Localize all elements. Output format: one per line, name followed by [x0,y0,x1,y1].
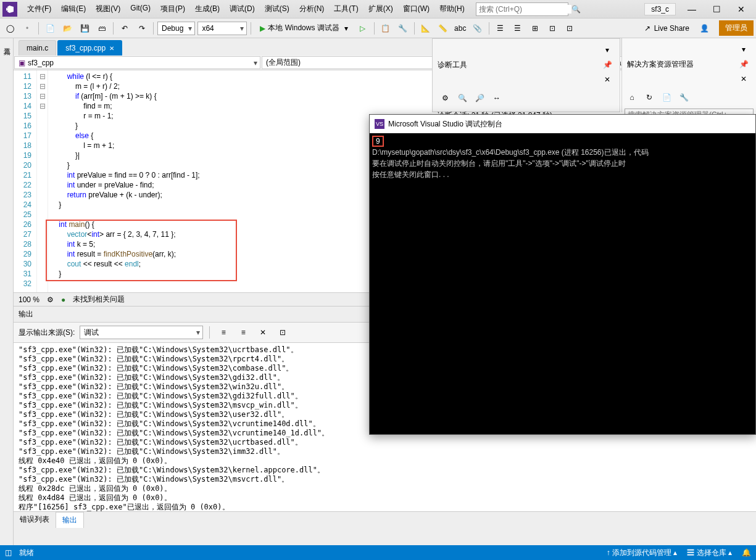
menu-build[interactable]: 生成(B) [190,1,225,17]
menu-tools[interactable]: 工具(T) [329,1,363,17]
tb-btn-3[interactable]: 📐 [418,21,433,36]
open-button[interactable]: 📂 [60,21,75,36]
liveshare-label: Live Share [654,24,689,33]
tab-label: main.c [27,44,48,52]
liveshare-button[interactable]: ↗Live Share [639,24,694,33]
nav-project[interactable]: ▣sf3_cpp [14,56,260,69]
fold-gutter[interactable]: ⊟⊟⊟⊟ [37,70,48,292]
back-button[interactable]: ◯ [2,21,17,36]
tb-btn-6[interactable]: 📎 [470,21,485,36]
sln-pin-icon[interactable]: 📌 [736,57,751,72]
cpp-icon: ▣ [19,59,25,67]
bell-icon[interactable]: 🔔 [742,548,751,557]
settings-icon[interactable]: ⚙ [47,295,54,304]
menu-window[interactable]: 窗口(W) [398,1,434,17]
title-search[interactable]: 🔍 [476,2,568,16]
sln-tool-4[interactable]: 🔧 [676,90,691,105]
output-source-label: 显示输出来源(S): [19,327,75,338]
menu-test[interactable]: 测试(S) [260,1,294,17]
start-without-debug-button[interactable]: ▷ [355,21,370,36]
out-btn-2[interactable]: ≡ [236,325,251,340]
diag-dropdown[interactable]: ▾ [600,43,615,57]
config-combo[interactable]: Debug [157,22,195,35]
statusbar: ◫ 就绪 ↑ 添加到源代码管理 ▴ ☰ 选择仓库 ▴ 🔔 [0,545,756,560]
redo-button[interactable]: ↷ [135,21,149,36]
diag-tool-2[interactable]: 🔍 [455,91,470,105]
diag-tool-3[interactable]: 🔎 [472,91,487,105]
menu-analyze[interactable]: 分析(N) [294,1,330,17]
tb-btn-5[interactable]: abc [453,21,468,36]
console-icon: VS [375,119,384,129]
menu-edit[interactable]: 编辑(E) [56,1,91,17]
menu-git[interactable]: Git(G) [125,1,156,17]
platform-combo[interactable]: x64 [197,22,247,35]
account-button[interactable]: 👤 [697,21,712,36]
run-button[interactable]: ▶本地 Windows 调试器▾ [255,21,352,36]
out-btn-1[interactable]: ≡ [216,325,231,340]
save-all-button[interactable]: 🗃 [94,21,109,36]
undo-button[interactable]: ↶ [117,21,132,36]
menu-view[interactable]: 视图(V) [91,1,125,17]
search-icon: 🔍 [571,5,581,14]
console-title-text: Microsoft Visual Studio 调试控制台 [388,119,502,130]
select-repo-button[interactable]: ☰ 选择仓库 ▴ [687,548,732,558]
debug-console-window[interactable]: VS Microsoft Visual Studio 调试控制台 9 D:\my… [369,114,756,435]
tb-btn-11[interactable]: ⊡ [562,21,577,36]
output-bottom-tabs: 错误列表 输出 [14,511,756,528]
menu-debug[interactable]: 调试(D) [225,1,260,17]
line-number-gutter: 1112131415161718192021222324252627282930… [14,70,37,292]
main-toolbar: ◯ • 📄 📂 💾 🗃 ↶ ↷ Debug x64 ▶本地 Windows 调试… [0,19,756,38]
close-button[interactable]: ✕ [729,1,754,18]
status-icon: ◫ [5,548,12,557]
tab-error-list[interactable]: 错误列表 [14,512,56,528]
diag-close-icon[interactable]: ✕ [600,72,615,87]
run-label: 本地 Windows 调试器 [268,23,339,33]
tb-btn-10[interactable]: ⊡ [545,21,560,36]
save-button[interactable]: 💾 [77,21,92,36]
tb-btn-2[interactable]: 🔧 [396,21,410,36]
tb-btn-7[interactable]: ☰ [493,21,508,36]
output-source-combo[interactable]: 调试 [80,326,203,339]
toolbox-rail[interactable]: 工具箱 [0,38,14,545]
titlebar: 文件(F) 编辑(E) 视图(V) Git(G) 项目(P) 生成(B) 调试(… [0,0,756,19]
sln-close-icon[interactable]: ✕ [736,72,751,86]
source-control-button[interactable]: ↑ 添加到源代码管理 ▴ [607,548,678,558]
sln-tool-2[interactable]: ↻ [642,90,657,105]
tb-btn-8[interactable]: ☰ [510,21,525,36]
tb-btn-9[interactable]: ⊞ [528,21,542,36]
sln-title: 解决方案资源管理器 [627,59,694,70]
maximize-button[interactable]: ☐ [704,1,729,18]
tab-output[interactable]: 输出 [56,512,84,528]
menu-help[interactable]: 帮助(H) [434,1,470,17]
new-item-button[interactable]: 📄 [43,21,57,36]
tab-main-c[interactable]: main.c [19,40,56,56]
title-search-input[interactable] [479,5,571,14]
diag-tool-4[interactable]: ↔ [489,91,504,105]
diag-tool-1[interactable]: ⚙ [438,91,452,105]
sln-tool-3[interactable]: 📄 [659,90,674,105]
forward-button[interactable]: • [20,21,35,36]
out-btn-4[interactable]: ⊡ [275,325,290,340]
sln-home-icon[interactable]: ⌂ [625,90,639,105]
minimize-button[interactable]: — [679,1,704,18]
console-result: 9 [372,136,384,147]
status-ready: 就绪 [19,548,34,558]
diag-pin-icon[interactable]: 📌 [600,57,615,72]
play-icon: ▶ [260,24,265,33]
project-name: sf3_c [644,3,676,15]
solution-explorer: 解决方案资源管理器 ▾📌✕ ⌂ ↻ 📄 🔧 🗹解决方案 'sf3_c' (2 个… [621,38,756,112]
tb-btn-1[interactable]: 📋 [378,21,393,36]
tab-close-icon[interactable]: ✕ [109,45,114,52]
tab-sf3-cpp[interactable]: sf3_cpp.cpp✕ [57,40,122,56]
tab-label: sf3_cpp.cpp [65,44,106,52]
menu-extensions[interactable]: 扩展(X) [363,1,398,17]
console-titlebar[interactable]: VS Microsoft Visual Studio 调试控制台 [370,115,755,133]
tb-btn-4[interactable]: 📏 [436,21,451,36]
sln-dropdown[interactable]: ▾ [736,42,751,57]
menu-project[interactable]: 项目(P) [156,1,190,17]
menu-file[interactable]: 文件(F) [22,1,56,17]
no-issues-icon: ● [61,295,65,304]
diagnostic-panel: 诊断工具 ▾📌✕ ⚙ 🔍 🔎 ↔ 诊断会话: 21 秒 (已选择 21.847 … [432,38,620,112]
zoom-level[interactable]: 100 % [19,295,39,304]
out-btn-3[interactable]: ✕ [255,325,270,340]
